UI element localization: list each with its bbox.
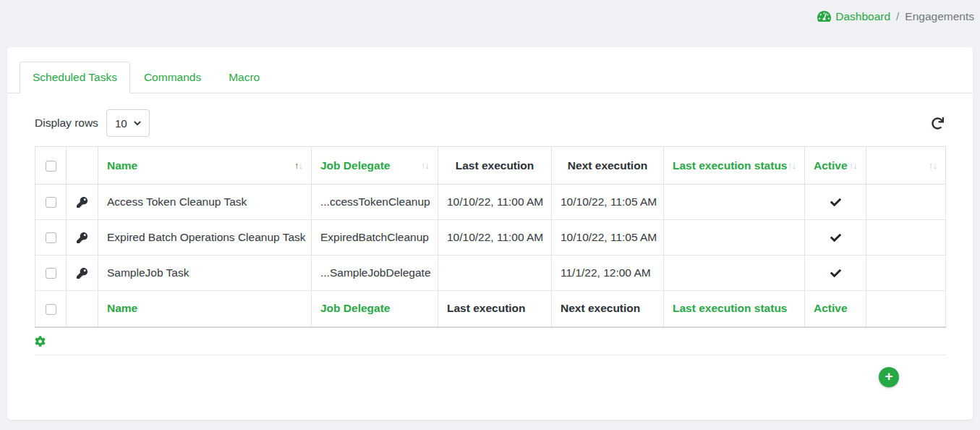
cell-active <box>805 220 866 256</box>
sort-icons-last-execution-status[interactable]: ↑↓ <box>788 160 796 171</box>
cell-name: Expired Batch Operations Cleanup Task <box>98 220 312 256</box>
refresh-icon <box>932 117 944 130</box>
sort-icons-job-delegate[interactable]: ↑↓ <box>421 160 429 171</box>
sort-icons-actions[interactable]: ↑↓ <box>929 160 937 171</box>
check-icon <box>830 197 841 208</box>
cell-last-execution-status <box>664 220 805 256</box>
header-last-execution: Last execution <box>438 147 552 185</box>
sort-icons-name[interactable]: ↑↓ <box>294 160 302 171</box>
row-checkbox[interactable] <box>46 232 56 243</box>
footer-last-execution-status: Last execution status <box>664 291 805 327</box>
display-rows-label: Display rows <box>35 117 98 130</box>
header-key-column <box>67 147 98 185</box>
table-settings-row <box>35 336 945 350</box>
row-checkbox[interactable] <box>46 268 56 279</box>
main-card: Scheduled Tasks Commands Macro Display r… <box>7 47 973 420</box>
plus-icon: + <box>885 369 892 383</box>
table-toolbar: Display rows 10 <box>35 109 945 137</box>
tab-bar: Scheduled Tasks Commands Macro <box>7 47 973 93</box>
header-next-execution: Next execution <box>552 147 664 185</box>
cell-last-execution <box>438 256 552 291</box>
footer-job-delegate: Job Delegate <box>312 291 438 327</box>
cell-next-execution: 11/1/22, 12:00 AM <box>552 256 664 291</box>
cell-name: SampleJob Task <box>98 256 312 291</box>
footer-select-all-checkbox[interactable] <box>46 304 56 315</box>
check-icon <box>830 232 841 243</box>
sort-desc-icon: ↓ <box>792 160 796 171</box>
cell-last-execution-status <box>664 256 805 291</box>
row-key-cell <box>67 220 98 256</box>
tab-commands[interactable]: Commands <box>130 62 215 93</box>
cell-active <box>805 185 866 220</box>
key-icon[interactable] <box>77 268 88 279</box>
display-rows-value: 10 <box>115 117 127 130</box>
tab-macro[interactable]: Macro <box>215 62 273 93</box>
footer-key-column <box>67 291 98 327</box>
key-icon[interactable] <box>77 232 88 243</box>
gauge-icon <box>817 9 831 23</box>
chevron-down-icon <box>134 119 141 127</box>
check-icon <box>830 268 841 279</box>
cell-active <box>805 256 866 291</box>
breadcrumb: Dashboard / Engagements <box>817 9 974 23</box>
footer-actions-column <box>866 291 946 327</box>
cell-next-execution: 10/10/22, 11:05 AM <box>552 185 664 220</box>
footer-active: Active <box>805 291 866 327</box>
sort-desc-icon: ↓ <box>933 160 937 171</box>
select-all-checkbox[interactable] <box>46 161 56 172</box>
cell-last-execution: 10/10/22, 11:00 AM <box>438 185 552 220</box>
header-last-execution-status[interactable]: Last execution status ↑↓ <box>664 147 805 185</box>
header-actions-column[interactable]: ↑↓ <box>866 147 946 185</box>
top-bar: Dashboard / Engagements <box>0 0 980 47</box>
header-active[interactable]: Active ↑↓ <box>805 147 866 185</box>
cell-actions <box>866 256 946 291</box>
breadcrumb-separator: / <box>896 10 899 23</box>
table-row: SampleJob Task ...SampleJobDelegate 11/1… <box>35 256 946 291</box>
footer-next-execution: Next execution <box>552 291 664 327</box>
breadcrumb-dashboard-link[interactable]: Dashboard <box>817 9 890 23</box>
header-job-delegate[interactable]: Job Delegate ↑↓ <box>312 147 438 185</box>
breadcrumb-dashboard-label: Dashboard <box>835 10 890 23</box>
row-checkbox[interactable] <box>46 197 56 208</box>
tab-content: Display rows 10 Name <box>7 93 973 387</box>
table-settings-button[interactable] <box>35 336 46 347</box>
sort-desc-icon: ↓ <box>853 160 858 171</box>
sort-icons-active[interactable]: ↑↓ <box>849 160 857 171</box>
cell-last-execution: 10/10/22, 11:00 AM <box>438 220 552 256</box>
cell-job-delegate: ...SampleJobDelegate <box>312 256 438 291</box>
refresh-button[interactable] <box>929 115 945 131</box>
cell-actions <box>866 220 946 256</box>
gear-icon <box>35 336 46 347</box>
sort-desc-icon: ↓ <box>299 160 303 171</box>
table-row: Access Token Cleanup Task ...ccessTokenC… <box>35 185 946 220</box>
table-row: Expired Batch Operations Cleanup Task Ex… <box>35 220 946 256</box>
footer-header-row: Name Job Delegate Last execution Next ex… <box>35 291 946 327</box>
key-icon[interactable] <box>77 197 88 208</box>
add-row: + <box>35 355 945 387</box>
scheduled-tasks-table: Name ↑↓ Job Delegate ↑↓ Last execution N… <box>35 146 946 328</box>
row-key-cell <box>67 185 98 220</box>
breadcrumb-current: Engagements <box>905 10 974 23</box>
header-row: Name ↑↓ Job Delegate ↑↓ Last execution N… <box>35 147 946 185</box>
display-rows-control: Display rows 10 <box>35 109 150 137</box>
cell-actions <box>866 185 946 220</box>
tab-scheduled-tasks[interactable]: Scheduled Tasks <box>20 62 130 93</box>
add-task-button[interactable]: + <box>879 367 899 387</box>
cell-job-delegate: ExpiredBatchCleanup <box>312 220 438 256</box>
cell-last-execution-status <box>664 185 805 220</box>
sort-desc-icon: ↓ <box>425 160 430 171</box>
footer-last-execution: Last execution <box>438 291 552 327</box>
row-key-cell <box>67 256 98 291</box>
footer-name: Name <box>98 291 312 327</box>
cell-next-execution: 10/10/22, 11:05 AM <box>552 220 664 256</box>
display-rows-select[interactable]: 10 <box>106 109 150 137</box>
header-name[interactable]: Name ↑↓ <box>98 147 312 185</box>
cell-name: Access Token Cleanup Task <box>98 185 312 220</box>
cell-job-delegate: ...ccessTokenCleanup <box>312 185 438 220</box>
